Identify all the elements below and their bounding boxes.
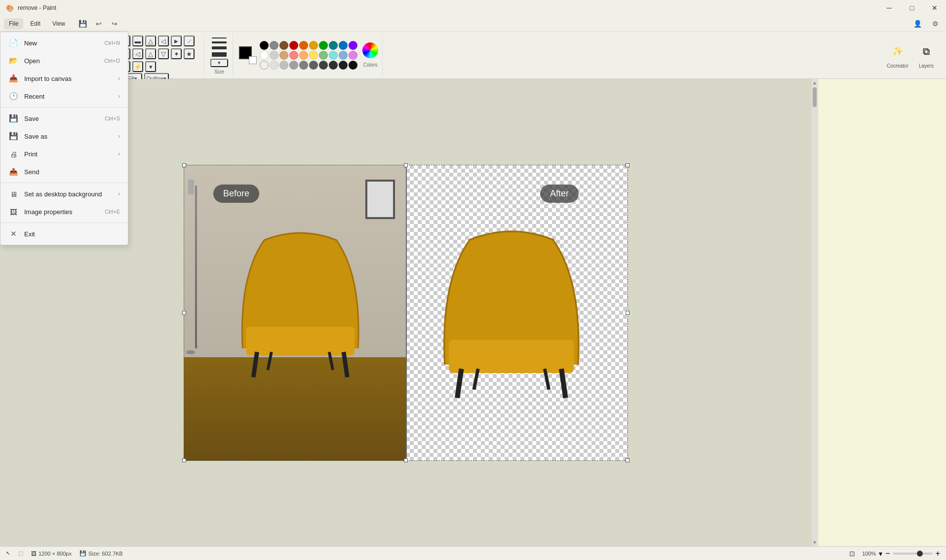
undo-button[interactable]: ↩	[92, 17, 106, 31]
color-lightorange[interactable]	[299, 51, 308, 60]
cocreator-button[interactable]: ✨	[888, 41, 907, 61]
size-3[interactable]	[212, 46, 227, 49]
size-1[interactable]	[212, 37, 227, 38]
chair-after	[428, 194, 595, 402]
shape-star5[interactable]: ★	[184, 48, 195, 59]
color-silver4[interactable]	[299, 61, 308, 70]
color-blue[interactable]	[339, 41, 348, 50]
file-save[interactable]: 💾 Save Ctrl+S	[0, 110, 128, 127]
shape-triangle2[interactable]: ◁	[158, 36, 169, 46]
color-gray[interactable]	[270, 41, 278, 50]
shape-custom1[interactable]: ⟋	[184, 36, 195, 46]
color-lightred[interactable]	[289, 51, 298, 60]
file-open[interactable]: 📂 Open Ctrl+O	[0, 52, 128, 70]
maximize-button[interactable]: □	[901, 0, 923, 16]
zoom-in-button[interactable]: +	[936, 549, 940, 558]
color-silver3[interactable]	[289, 61, 298, 70]
zoom-dropdown[interactable]: ▾	[879, 550, 882, 558]
scroll-down-arrow[interactable]: ▼	[812, 540, 817, 545]
shape-lightning[interactable]: ⚡	[132, 61, 143, 72]
size-group: ▾ Size	[206, 34, 233, 76]
file-import[interactable]: 📥 Import to canvas ›	[0, 70, 128, 87]
file-recent[interactable]: 🕐 Recent ›	[0, 87, 128, 105]
color-orange[interactable]	[299, 41, 308, 50]
file-size-value: Size: 602.7KB	[88, 551, 123, 557]
colors-label: Colors	[363, 60, 378, 68]
settings-icon[interactable]: ⚙	[928, 17, 942, 31]
svg-line-1	[253, 352, 257, 377]
color-brown[interactable]	[279, 41, 288, 50]
file-print[interactable]: 🖨 Print ›	[0, 145, 128, 163]
color-lightpurple[interactable]	[349, 51, 357, 60]
color-preview	[239, 46, 257, 64]
size-dropdown[interactable]: ▾	[210, 59, 228, 67]
scroll-up-arrow[interactable]: ▲	[812, 80, 817, 85]
color-wheel[interactable]	[362, 42, 378, 58]
size-label: Size	[214, 67, 224, 75]
color-yellow[interactable]	[309, 41, 318, 50]
color-lightblue[interactable]	[339, 51, 348, 60]
shape-arrow-up[interactable]: △	[145, 48, 156, 59]
color-teal[interactable]	[329, 41, 338, 50]
zoom-slider[interactable]	[893, 553, 933, 555]
cocreator-group: ✨ Cocreator	[887, 41, 908, 69]
file-send[interactable]: 📤 Send	[0, 163, 128, 181]
color-white[interactable]	[260, 51, 269, 60]
account-icon[interactable]: 👤	[910, 17, 924, 31]
color-red[interactable]	[289, 41, 298, 50]
color-lightcyan[interactable]	[329, 51, 338, 60]
cursor-icon: ↖	[6, 550, 10, 557]
menubar: File Edit View 💾 ↩ ↪ 👤 ⚙	[0, 16, 946, 32]
redo-button[interactable]: ↪	[108, 17, 121, 31]
color2-swatch[interactable]	[249, 56, 257, 64]
size-2[interactable]	[212, 41, 227, 43]
menu-file[interactable]: File	[4, 18, 23, 29]
shape-arrow-left[interactable]: ◁	[132, 48, 143, 59]
menu-view[interactable]: View	[47, 18, 70, 29]
color-transparent[interactable]	[260, 61, 269, 70]
layers-button[interactable]: ⧉	[916, 41, 936, 61]
vertical-scrollbar[interactable]: ▲ ▼	[812, 79, 818, 546]
file-exit[interactable]: ✕ Exit	[0, 225, 128, 243]
color-lightyellow[interactable]	[309, 51, 318, 60]
color-silver2[interactable]	[279, 61, 288, 70]
color-silver6[interactable]	[319, 61, 328, 70]
shape-arrow-right[interactable]: ►	[171, 36, 182, 46]
color-purple[interactable]	[349, 41, 357, 50]
color-silver8[interactable]	[339, 61, 348, 70]
svg-rect-5	[449, 339, 574, 373]
chair-before	[228, 194, 373, 387]
file-save-as[interactable]: 💾 Save as ›	[0, 127, 128, 145]
window-title: remove - Paint	[18, 4, 940, 11]
size-4[interactable]	[212, 52, 227, 57]
close-button[interactable]: ✕	[923, 0, 946, 16]
shape-star4[interactable]: ✦	[171, 48, 182, 59]
shape-rect-fill[interactable]: ▬	[132, 36, 143, 46]
color-silver1[interactable]	[270, 61, 278, 70]
shape-more[interactable]: ▾	[145, 61, 156, 72]
file-new[interactable]: 📄 New Ctrl+N	[0, 34, 128, 52]
color-lightgray[interactable]	[270, 51, 278, 60]
send-icon: 📤	[8, 167, 18, 177]
shape-triangle[interactable]: △	[145, 36, 156, 46]
color-silver5[interactable]	[309, 61, 318, 70]
color-silver9[interactable]	[349, 61, 357, 70]
window-controls: ─ □ ✕	[878, 0, 946, 16]
zoom-out-button[interactable]: −	[885, 549, 890, 558]
color-black[interactable]	[260, 41, 269, 50]
color-silver7[interactable]	[329, 61, 338, 70]
cursor-tool-indicator: ↖	[6, 550, 10, 557]
minimize-button[interactable]: ─	[878, 0, 901, 16]
after-image	[406, 165, 628, 461]
shape-arrow-down[interactable]: ▽	[158, 48, 169, 59]
before-after-divider	[406, 165, 407, 461]
save-button[interactable]: 💾	[76, 17, 90, 31]
menu-edit[interactable]: Edit	[25, 18, 45, 29]
color-lightgreen[interactable]	[319, 51, 328, 60]
scroll-thumb[interactable]	[813, 87, 817, 107]
color-tan[interactable]	[279, 51, 288, 60]
file-properties[interactable]: 🖼 Image properties Ctrl+E	[0, 203, 128, 221]
file-desktop-bg[interactable]: 🖥 Set as desktop background ›	[0, 185, 128, 203]
color-green[interactable]	[319, 41, 328, 50]
zoom-fit-icon[interactable]: ⊡	[849, 550, 855, 558]
